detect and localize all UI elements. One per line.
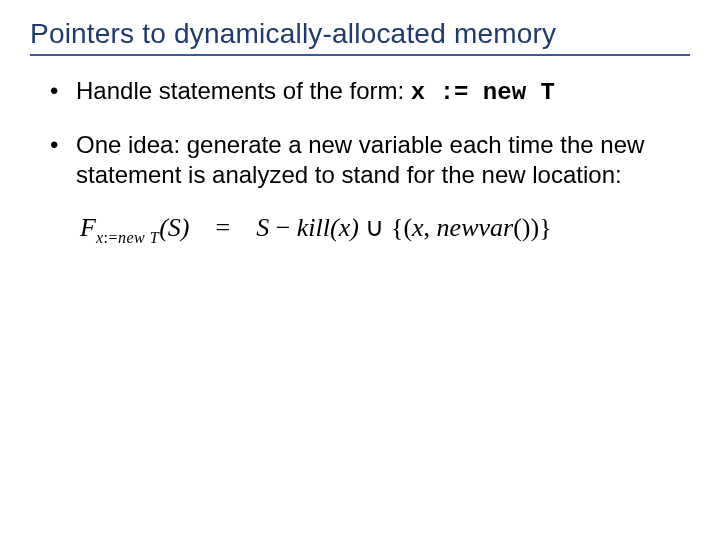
- formula-set-close: )}: [530, 213, 551, 242]
- formula-newvar: newvar: [437, 213, 514, 242]
- formula-sub-T: T: [150, 229, 159, 246]
- slide-title: Pointers to dynamically-allocated memory: [30, 18, 690, 50]
- formula-S: S: [256, 213, 269, 242]
- title-underline: [30, 54, 690, 56]
- bullet-item-2: One idea: generate a new variable each t…: [50, 130, 690, 190]
- formula-equals: =: [189, 213, 256, 243]
- bullet-1-code: x := new T: [411, 79, 555, 106]
- formula-newvar-call: (): [513, 213, 530, 242]
- bullet-item-1: Handle statements of the form: x := new …: [50, 76, 690, 108]
- formula-set-open: {(: [391, 213, 412, 242]
- formula-union: ∪: [359, 213, 391, 242]
- formula-sub-assign: :=: [104, 229, 118, 246]
- bullet-2-text: One idea: generate a new variable each t…: [76, 131, 644, 188]
- formula: Fx:=new T(S)=S − kill(x) ∪ {(x, newvar()…: [80, 212, 690, 247]
- formula-subscript: x:=new T: [96, 229, 159, 246]
- slide: Pointers to dynamically-allocated memory…: [0, 0, 720, 540]
- formula-comma: ,: [424, 213, 437, 242]
- formula-F: F: [80, 213, 96, 242]
- formula-minus: −: [269, 213, 297, 242]
- formula-kill: kill: [297, 213, 330, 242]
- bullet-list: Handle statements of the form: x := new …: [50, 76, 690, 190]
- formula-x: x: [412, 213, 424, 242]
- formula-arg-S: (S): [159, 213, 189, 242]
- formula-kill-arg: (x): [330, 213, 359, 242]
- formula-sub-new: new: [118, 229, 150, 246]
- bullet-1-text: Handle statements of the form:: [76, 77, 411, 104]
- formula-sub-x: x: [96, 229, 104, 246]
